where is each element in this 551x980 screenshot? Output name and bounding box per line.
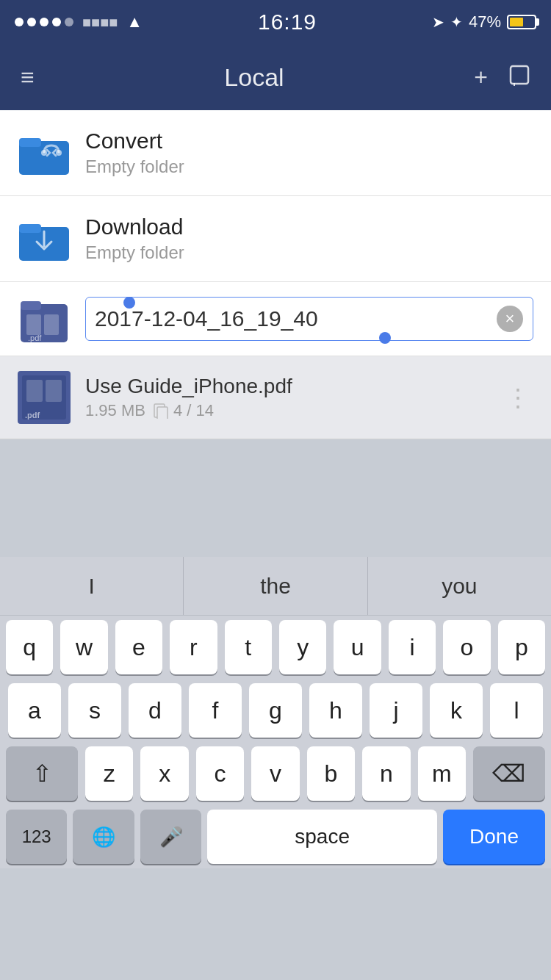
autocomplete-bar: I the you [0, 557, 551, 616]
autocomplete-suggestion-you[interactable]: you [368, 557, 551, 615]
pdf-file-meta: 1.95 MB 4 / 14 [85, 401, 503, 420]
svg-text:.pdf: .pdf [28, 334, 42, 342]
key-y[interactable]: y [279, 620, 326, 674]
key-v[interactable]: v [251, 746, 299, 801]
key-a[interactable]: a [8, 683, 61, 738]
signal-dots [15, 18, 73, 26]
folder-icon-download [18, 212, 71, 265]
svg-text:.pdf: .pdf [25, 411, 40, 419]
key-g[interactable]: g [249, 683, 302, 738]
key-b[interactable]: b [307, 746, 355, 801]
svg-rect-3 [19, 138, 41, 147]
svg-rect-20 [157, 407, 168, 419]
rename-row: .pdf × [0, 282, 551, 356]
keyboard-row-1: q w e r t y u i o p [0, 616, 551, 679]
key-s[interactable]: s [68, 683, 121, 738]
nav-title: Local [224, 63, 284, 92]
key-t[interactable]: t [225, 620, 272, 674]
folder-sub-convert: Empty folder [85, 156, 533, 177]
keyboard: q w e r t y u i o p a s d f g h j k l ⇧ … [0, 616, 551, 868]
pdf-file-info: Use Guide_iPhone.pdf 1.95 MB 4 / 14 [85, 375, 503, 420]
pdf-file-name: Use Guide_iPhone.pdf [85, 375, 503, 398]
nav-bar: ≡ Local + [0, 44, 551, 110]
space-key[interactable]: space [207, 810, 437, 864]
key-i[interactable]: i [389, 620, 436, 674]
keyboard-row-4: 123 🌐 🎤 space Done [0, 805, 551, 868]
svg-point-4 [41, 150, 47, 156]
folder-info-convert: Convert Empty folder [85, 129, 533, 177]
key-l[interactable]: l [490, 683, 543, 738]
pdf-file-item[interactable]: .pdf Use Guide_iPhone.pdf 1.95 MB 4 / 14… [0, 356, 551, 439]
keyboard-row-3: ⇧ z x c v b n m ⌫ [0, 742, 551, 805]
key-k[interactable]: k [430, 683, 483, 738]
key-x[interactable]: x [140, 746, 188, 801]
key-w[interactable]: w [60, 620, 107, 674]
folder-name-convert: Convert [85, 129, 533, 154]
svg-rect-11 [26, 314, 41, 335]
rename-input-wrap: × [85, 297, 533, 341]
pdf-thumbnail: .pdf [18, 371, 71, 424]
status-bar: ■■■■ ▲ 16:19 ➤ ✦ 47% [0, 0, 551, 44]
done-key[interactable]: Done [443, 810, 545, 864]
numbers-key[interactable]: 123 [6, 810, 67, 864]
svg-rect-12 [44, 314, 59, 335]
shift-key[interactable]: ⇧ [6, 746, 78, 801]
svg-rect-17 [46, 380, 62, 402]
svg-rect-7 [19, 224, 41, 233]
key-j[interactable]: j [370, 683, 422, 738]
svg-point-5 [56, 150, 62, 156]
delete-key[interactable]: ⌫ [473, 746, 545, 801]
autocomplete-suggestion-i[interactable]: I [0, 557, 184, 615]
carrier-label: ■■■■ [82, 14, 118, 31]
file-list: Convert Empty folder Download Empty fold… [0, 110, 551, 439]
autocomplete-suggestion-the[interactable]: the [184, 557, 367, 615]
nav-actions: + [474, 64, 530, 91]
svg-rect-0 [511, 66, 528, 84]
pdf-page-count: 4 / 14 [153, 401, 214, 420]
folder-name-download: Download [85, 215, 533, 239]
keyboard-row-2: a s d f g h j k l [0, 679, 551, 742]
globe-key[interactable]: 🌐 [73, 810, 134, 864]
key-r[interactable]: r [170, 620, 217, 674]
key-o[interactable]: o [443, 620, 490, 674]
status-left: ■■■■ ▲ [15, 12, 143, 32]
folder-info-download: Download Empty folder [85, 215, 533, 263]
key-f[interactable]: f [189, 683, 242, 738]
add-button[interactable]: + [474, 64, 488, 91]
wifi-icon: ▲ [126, 12, 143, 32]
pdf-folder-icon-rename: .pdf [18, 292, 71, 345]
bluetooth-icon: ✦ [450, 13, 463, 31]
key-h[interactable]: h [309, 683, 362, 738]
key-u[interactable]: u [334, 620, 381, 674]
gray-area [0, 439, 551, 557]
status-right: ➤ ✦ 47% [432, 12, 536, 32]
clear-input-button[interactable]: × [497, 306, 523, 332]
mic-key[interactable]: 🎤 [140, 810, 201, 864]
key-e[interactable]: e [115, 620, 162, 674]
folder-sub-download: Empty folder [85, 242, 533, 263]
pdf-file-size: 1.95 MB [85, 401, 145, 420]
key-n[interactable]: n [362, 746, 410, 801]
folder-icon-convert [18, 126, 71, 179]
folder-item-download[interactable]: Download Empty folder [0, 196, 551, 282]
selection-handle-top [123, 297, 135, 309]
rename-input[interactable] [85, 297, 533, 341]
select-button[interactable] [508, 64, 530, 91]
svg-rect-10 [21, 301, 41, 310]
key-z[interactable]: z [85, 746, 133, 801]
folder-item-convert[interactable]: Convert Empty folder [0, 110, 551, 196]
key-p[interactable]: p [498, 620, 545, 674]
key-q[interactable]: q [6, 620, 53, 674]
svg-rect-16 [26, 380, 43, 402]
key-c[interactable]: c [196, 746, 244, 801]
status-time: 16:19 [258, 10, 317, 35]
menu-icon[interactable]: ≡ [21, 64, 35, 91]
selection-handle-bottom [379, 332, 391, 344]
key-d[interactable]: d [129, 683, 181, 738]
battery-icon [507, 15, 536, 29]
key-m[interactable]: m [418, 746, 466, 801]
location-icon: ➤ [432, 13, 444, 31]
battery-percent: 47% [469, 12, 501, 32]
pdf-more-button[interactable]: ⋮ [503, 383, 533, 412]
